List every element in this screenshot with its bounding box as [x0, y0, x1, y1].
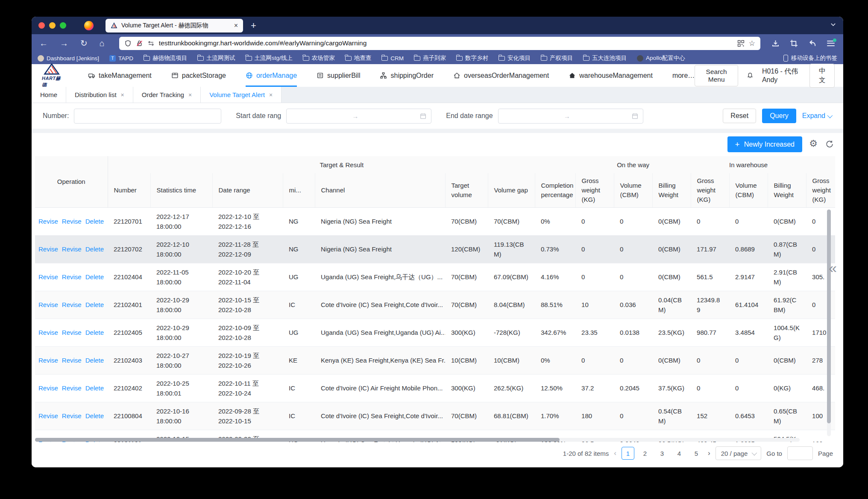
menu-icon[interactable] — [827, 41, 835, 46]
tab-distribution-list[interactable]: Distribution list× — [66, 87, 133, 103]
maximize-window-button[interactable] — [60, 22, 66, 29]
goto-page-input[interactable] — [787, 446, 813, 460]
url-bar[interactable]: testtrunkbookingmgr.hart-worldwide.com/#… — [119, 37, 760, 50]
bookmark-item[interactable]: 土流网stg/线上 — [246, 54, 293, 62]
revise-link[interactable]: Revise — [38, 357, 58, 364]
settings-gear-icon[interactable]: ⚙ — [809, 139, 818, 148]
delete-link[interactable]: Delete — [85, 301, 104, 308]
bookmark-item[interactable]: CRM — [381, 55, 404, 62]
browser-tab[interactable]: Volume Target Alert - 赫德国际物 × — [106, 19, 243, 32]
tab-home[interactable]: Home — [32, 87, 66, 103]
horizontal-scrollbar-thumb[interactable] — [35, 438, 560, 442]
tab-order-tracking[interactable]: Order Tracking× — [133, 87, 201, 103]
home-icon[interactable]: ⌂ — [100, 39, 105, 47]
nav-item-shippingorder[interactable]: shippingOrder — [380, 64, 434, 87]
nav-item-takemanagement[interactable]: takeManagement — [88, 64, 152, 87]
revise-link[interactable]: Revise — [38, 384, 58, 392]
revise-link[interactable]: Revise — [62, 412, 82, 419]
expand-link[interactable]: Expand — [802, 112, 831, 120]
revise-link[interactable]: Revise — [62, 384, 82, 392]
revise-link[interactable]: Revise — [38, 245, 58, 253]
close-tab-icon[interactable]: × — [234, 22, 238, 30]
page-number-3[interactable]: 3 — [656, 447, 669, 460]
bookmark-item[interactable]: 地查查 — [345, 54, 372, 62]
downloads-icon[interactable] — [771, 39, 780, 47]
tab-volume-target-alert[interactable]: Volume Target Alert× — [201, 87, 282, 103]
permissions-icon[interactable] — [147, 40, 155, 47]
bookmark-item[interactable]: 产权项目 — [541, 54, 573, 62]
page-number-4[interactable]: 4 — [673, 447, 686, 460]
close-tab-icon[interactable]: × — [121, 92, 124, 98]
newly-increased-button[interactable]: + Newly Increased — [727, 136, 802, 152]
minimize-window-button[interactable] — [49, 22, 56, 29]
nav-item-warehousemanagement[interactable]: warehouseManagement — [569, 64, 653, 87]
query-button[interactable]: Query — [762, 109, 796, 123]
forward-icon[interactable]: → — [60, 39, 68, 47]
bell-icon[interactable] — [747, 71, 754, 80]
page-number-5[interactable]: 5 — [690, 447, 703, 460]
revise-link[interactable]: Revise — [62, 273, 82, 281]
prev-page-icon[interactable]: ‹ — [614, 449, 616, 458]
delete-link[interactable]: Delete — [85, 218, 104, 225]
revise-link[interactable]: Revise — [38, 412, 58, 419]
bookmark-item[interactable]: 农场管家 — [303, 54, 335, 62]
undo-arrow-icon[interactable] — [808, 39, 817, 47]
bookmark-item[interactable]: 赫德物流项目 — [144, 54, 187, 62]
nav-item-overseasordermanagement[interactable]: overseasOrderManagement — [453, 64, 549, 87]
bookmark-star-icon[interactable]: ☆ — [749, 39, 755, 48]
mobile-bookmarks[interactable]: 移动设备上的书签 — [783, 54, 837, 62]
firefox-icon[interactable] — [84, 21, 94, 30]
delete-link[interactable]: Delete — [85, 384, 104, 392]
revise-link[interactable]: Revise — [62, 218, 82, 225]
revise-link[interactable]: Revise — [62, 357, 82, 364]
delete-link[interactable]: Delete — [85, 412, 104, 419]
delete-link[interactable]: Delete — [85, 329, 104, 336]
close-tab-icon[interactable]: × — [188, 92, 192, 98]
page-number-1[interactable]: 1 — [622, 447, 634, 460]
page-size-select[interactable]: 20 / page — [716, 446, 762, 460]
url-text[interactable]: testtrunkbookingmgr.hart-worldwide.com/#… — [159, 39, 733, 47]
nav-item-packetstorage[interactable]: packetStorage — [171, 64, 226, 87]
page-number-2[interactable]: 2 — [639, 447, 651, 460]
bookmark-item[interactable]: 五大连池项目 — [583, 54, 627, 62]
new-tab-button[interactable]: + — [251, 20, 256, 31]
qr-code-icon[interactable] — [737, 40, 745, 47]
delete-link[interactable]: Delete — [85, 273, 104, 281]
nav-item-ordermanage[interactable]: orderManage — [246, 64, 297, 87]
bookmark-item[interactable]: Dashboard [Jenkins] — [38, 55, 99, 62]
reload-icon[interactable]: ↻ — [80, 39, 88, 47]
refresh-icon[interactable] — [825, 140, 834, 150]
lock-disabled-icon[interactable] — [136, 40, 143, 47]
close-tab-icon[interactable]: × — [269, 92, 273, 98]
revise-link[interactable]: Revise — [38, 301, 58, 308]
revise-link[interactable]: Revise — [62, 245, 82, 253]
revise-link[interactable]: Revise — [38, 329, 58, 336]
bookmark-item[interactable]: Apollo配置中心 — [637, 54, 685, 62]
horizontal-scrollbar[interactable] — [35, 438, 800, 442]
delete-link[interactable]: Delete — [85, 357, 104, 364]
window-controls[interactable] — [38, 22, 66, 29]
vertical-scrollbar-thumb[interactable] — [827, 210, 831, 423]
hart-logo[interactable]: HART赫德 — [42, 63, 62, 88]
revise-link[interactable]: Revise — [62, 301, 82, 308]
revise-link[interactable]: Revise — [62, 329, 82, 336]
collapse-panel-icon[interactable]: « — [829, 260, 837, 276]
bookmark-item[interactable]: TTAPD — [109, 55, 133, 62]
shield-icon[interactable] — [124, 40, 132, 47]
user-label[interactable]: H016 - 代伟Andy — [762, 67, 801, 84]
next-page-icon[interactable]: › — [708, 449, 710, 458]
bookmark-item[interactable]: 土流网测试 — [197, 54, 235, 62]
number-input[interactable] — [74, 109, 221, 124]
nav-item-supplierbill[interactable]: supplierBill — [317, 64, 360, 87]
bookmark-item[interactable]: 数字乡村 — [456, 54, 488, 62]
language-button[interactable]: 中 文 — [809, 64, 835, 88]
delete-link[interactable]: Delete — [85, 245, 104, 253]
nav-item-more[interactable]: more… — [672, 64, 695, 87]
back-icon[interactable]: ← — [39, 39, 48, 47]
start-date-range-input[interactable]: → — [286, 109, 431, 124]
screenshot-icon[interactable] — [790, 39, 798, 47]
bookmark-item[interactable]: 燕子到家 — [414, 54, 446, 62]
list-tabs-chevron-icon[interactable] — [830, 21, 836, 30]
revise-link[interactable]: Revise — [38, 273, 58, 281]
vertical-scrollbar[interactable] — [827, 210, 831, 436]
